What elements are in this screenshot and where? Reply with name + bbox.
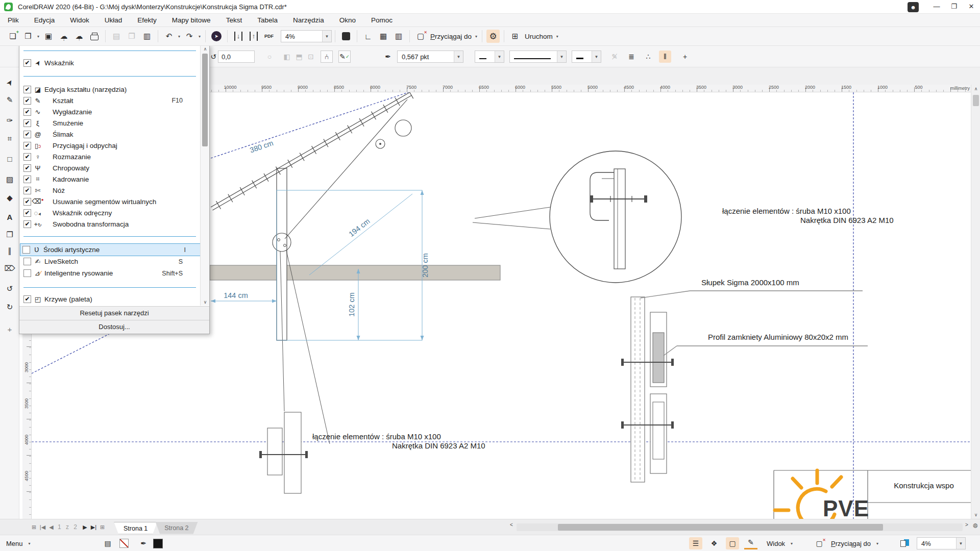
rectangle-tool[interactable]: □ [0,155,19,163]
start-arrow-combo[interactable]: ▼ [475,51,504,63]
menu-okno[interactable]: Okno [332,14,363,27]
flyout-scroll-thumb[interactable] [202,54,208,146]
account-icon[interactable]: ☻ [908,2,919,12]
checkbox-checked-icon[interactable]: ✔ [23,187,31,194]
dimension-tool[interactable]: ∥ [0,246,19,256]
menu-plik[interactable]: Plik [0,14,27,27]
open-icon[interactable]: ❒ [21,30,35,43]
vertical-scrollbar[interactable]: ∧ ∨ [971,85,980,519]
status-zoom-combo[interactable]: 4% ▼ [917,537,966,549]
flyout-item-krzywe-paleta[interactable]: ✔ ◰ Krzywe (paleta) [21,293,198,305]
page-zoom-icon[interactable] [900,539,910,547]
pick-tool[interactable]: ➤ [1,72,19,93]
prev-page-icon[interactable]: ◀ [47,524,56,531]
flyout-item-chropowaty[interactable]: ✔ Ψ Chropowaty [21,162,198,173]
outline-color-swatch[interactable] [153,539,163,548]
flyout-item-srodki-artystyczne[interactable]: Ʋ Środki artystyczne I [20,244,200,256]
menu-tabela[interactable]: Tabela [250,14,285,27]
checkbox-checked-icon[interactable]: ✔ [23,164,31,172]
fullscreen-preview-icon[interactable] [339,30,353,43]
document-palette-icon[interactable]: ▤ [101,537,114,549]
alignment-guides-icon[interactable]: ☰ [689,537,702,549]
import-icon[interactable]: ↓ [232,30,245,43]
pdf-icon[interactable]: PDF [262,30,276,43]
ground-beam[interactable] [210,265,500,280]
connector-tool[interactable]: ↺ [0,284,19,293]
checkbox-checked-icon[interactable]: ✔ [23,108,31,116]
checkbox-checked-icon[interactable]: ✔ [23,209,31,217]
flyout-item-inteligentne-rysowanie[interactable]: ⊿∕ Inteligentne rysowanie Shift+S [21,267,198,279]
flyout-item-edycja-ksztaltu[interactable]: ✔ ◪ Edycja kształtu (narzędzia) [21,84,198,95]
fill-tool[interactable]: ◆▪ [0,193,19,203]
snap-to-label[interactable]: Przyciągaj do [428,33,474,40]
flyout-item-noz[interactable]: ✔ ✄ Nóż [21,185,198,196]
status-zoom-dropdown-icon[interactable]: ▼ [956,538,965,549]
menu-narzedzia[interactable]: Narzędzia [285,14,332,27]
elastic-mode-icon[interactable]: ‖ [659,51,671,63]
flyout-item-wskaznik[interactable]: ✔ ➤ Wskaźnik [21,57,198,68]
status-snap-label[interactable]: Przyciągaj do [831,540,871,547]
save-icon[interactable]: ▣ [42,30,55,43]
search-content-icon[interactable]: ➤ [210,30,223,43]
scroll-up-icon[interactable]: ∧ [971,86,980,91]
layers-icon[interactable]: ❖ [707,537,721,549]
navigator-icon[interactable]: ◍ [971,522,979,529]
first-page-icon[interactable]: |◀ [38,524,47,531]
menu-tekst[interactable]: Tekst [218,14,250,27]
flyout-item-wygladzanie[interactable]: ✔ ∿ Wygładzanie [21,106,198,117]
scroll-down-icon[interactable]: ∨ [971,512,980,517]
checkbox-checked-icon[interactable]: ✔ [23,198,31,206]
flyout-item-ksztalt[interactable]: ✔ ✎ Kształt F10 [21,95,198,106]
joint-detail-plate-2[interactable] [267,428,282,475]
checkbox-checked-icon[interactable]: ✔ [23,295,31,303]
checkbox-unchecked-icon[interactable] [23,258,31,265]
start-arrow-dropdown-icon[interactable]: ▼ [495,51,504,62]
menu-widok[interactable]: Widok [62,14,97,27]
status-snap-dropdown-icon[interactable]: ▾ [875,541,880,546]
snap-to-dropdown-icon[interactable]: ▾ [474,34,479,39]
flyout-item-usuwanie-segmentow[interactable]: ✔ ⌫● Usuwanie segmentów wirtualnych [21,196,198,207]
scroll-up-icon[interactable]: ∧ [201,46,210,52]
vertical-scroll-thumb[interactable] [973,95,979,106]
menu-mapy-bitowe[interactable]: Mapy bitowe [164,14,218,27]
node-edit-button[interactable]: ⑃ [321,51,333,63]
horizontal-scroll-thumb[interactable] [558,524,883,531]
flyout-item-kadrowanie[interactable]: ✔ ⌗ Kadrowanie [21,173,198,185]
artistic-media-tool[interactable]: ✑ [0,116,19,125]
scroll-down-icon[interactable]: ∨ [201,299,210,305]
outline-ok-button[interactable]: ✎✓ [338,51,351,63]
reset-toolbar-button[interactable]: Resetuj pasek narzędzi [19,306,209,320]
cloud-download-icon[interactable]: ☁↓ [57,30,70,43]
add-node-icon[interactable]: + [679,51,691,63]
horizontal-scrollbar[interactable] [517,523,963,531]
minimize-button[interactable]: — [928,0,945,14]
text-tool[interactable]: A [0,213,19,221]
checkbox-checked-icon[interactable]: ✔ [23,153,31,161]
launch-icon[interactable]: ⊞ [508,30,522,43]
checkbox-checked-icon[interactable]: ✔ [23,131,31,138]
scroll-right-icon[interactable]: > [963,522,971,528]
redo-icon[interactable]: ↷ [183,30,196,43]
export-icon[interactable]: ↑ [247,30,260,43]
launch-dropdown-icon[interactable]: ▾ [555,34,560,39]
checkbox-checked-icon[interactable]: ✔ [23,220,31,228]
menu-edycja[interactable]: Edycja [27,14,63,27]
comments-icon[interactable]: ▢ [726,537,739,549]
last-page-icon[interactable]: ▶| [89,524,98,531]
flyout-item-rozmazanie[interactable]: ✔ ♀ Rozmazanie [21,151,198,162]
table-tool[interactable]: ❐ [0,230,19,239]
pattern-tool[interactable]: ▨ [0,175,19,184]
checkbox-unchecked-icon[interactable] [22,246,30,254]
eraser-tool[interactable]: ⌦ [0,264,19,273]
reflect-nodes-icon[interactable]: ∴ [642,51,654,63]
status-menu-label[interactable]: Menu [6,540,23,547]
outline-width-dropdown-icon[interactable]: ▼ [454,51,463,62]
line-style-combo[interactable]: ▼ [509,51,567,63]
menu-uklad[interactable]: Układ [97,14,130,27]
redo-dropdown-icon[interactable]: ▾ [197,34,202,39]
flyout-item-swobodna-transformacja[interactable]: ✔ +↻ Swobodna transformacja [21,218,198,230]
shape-tool[interactable]: ✎ [0,95,19,105]
snap-off-icon[interactable]: ▢✕ [813,537,826,549]
maximize-button[interactable]: ❐ [945,0,963,14]
snap-off-icon[interactable]: ▢✕ [414,30,427,43]
